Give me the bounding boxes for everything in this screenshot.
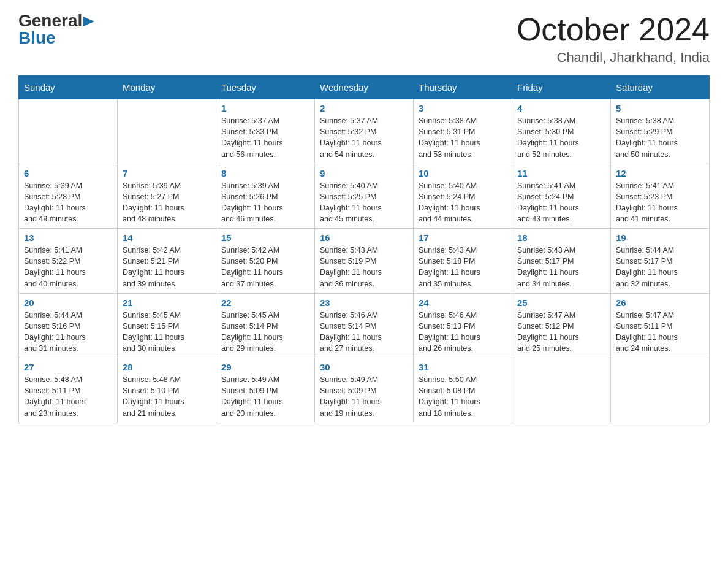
day-number: 14: [123, 232, 211, 243]
weekday-header-row: SundayMondayTuesdayWednesdayThursdayFrid…: [19, 76, 710, 99]
logo-blue: Blue: [18, 28, 56, 47]
day-info: Sunrise: 5:44 AMSunset: 5:17 PMDaylight:…: [616, 245, 704, 289]
logo: General Blue: [18, 12, 94, 47]
weekday-header-wednesday: Wednesday: [315, 76, 414, 99]
weekday-header-friday: Friday: [512, 76, 611, 99]
day-info: Sunrise: 5:38 AMSunset: 5:29 PMDaylight:…: [616, 115, 704, 160]
calendar-cell: 12Sunrise: 5:41 AMSunset: 5:23 PMDayligh…: [611, 164, 710, 229]
calendar-cell: 29Sunrise: 5:49 AMSunset: 5:09 PMDayligh…: [216, 358, 315, 423]
weekday-header-tuesday: Tuesday: [216, 76, 315, 99]
calendar-cell: [611, 358, 710, 423]
week-row-4: 20Sunrise: 5:44 AMSunset: 5:16 PMDayligh…: [19, 293, 710, 358]
day-info: Sunrise: 5:40 AMSunset: 5:24 PMDaylight:…: [419, 180, 507, 225]
day-info: Sunrise: 5:41 AMSunset: 5:23 PMDaylight:…: [616, 180, 704, 225]
weekday-header-sunday: Sunday: [19, 76, 118, 99]
day-number: 5: [616, 103, 704, 113]
day-number: 7: [123, 168, 211, 178]
calendar-cell: 9Sunrise: 5:40 AMSunset: 5:25 PMDaylight…: [315, 164, 414, 229]
day-number: 22: [221, 297, 309, 308]
day-info: Sunrise: 5:47 AMSunset: 5:12 PMDaylight:…: [517, 310, 605, 354]
day-info: Sunrise: 5:41 AMSunset: 5:24 PMDaylight:…: [517, 180, 605, 225]
day-number: 27: [24, 362, 112, 372]
calendar-cell: 28Sunrise: 5:48 AMSunset: 5:10 PMDayligh…: [118, 358, 216, 423]
calendar-cell: 4Sunrise: 5:38 AMSunset: 5:30 PMDaylight…: [512, 99, 611, 164]
day-info: Sunrise: 5:49 AMSunset: 5:09 PMDaylight:…: [320, 374, 408, 419]
day-number: 1: [221, 103, 309, 113]
day-number: 13: [24, 232, 112, 243]
day-number: 24: [419, 297, 507, 308]
calendar-cell: 5Sunrise: 5:38 AMSunset: 5:29 PMDaylight…: [611, 99, 710, 164]
day-info: Sunrise: 5:43 AMSunset: 5:17 PMDaylight:…: [517, 245, 605, 289]
day-number: 4: [517, 103, 605, 113]
day-number: 23: [320, 297, 408, 308]
day-number: 11: [517, 168, 605, 178]
day-number: 3: [419, 103, 507, 113]
week-row-3: 13Sunrise: 5:41 AMSunset: 5:22 PMDayligh…: [19, 229, 710, 294]
day-info: Sunrise: 5:44 AMSunset: 5:16 PMDaylight:…: [24, 310, 112, 354]
location-title: Chandil, Jharkhand, India: [517, 50, 710, 66]
calendar-cell: 17Sunrise: 5:43 AMSunset: 5:18 PMDayligh…: [414, 229, 512, 294]
weekday-header-thursday: Thursday: [414, 76, 512, 99]
day-number: 6: [24, 168, 112, 178]
day-info: Sunrise: 5:37 AMSunset: 5:32 PMDaylight:…: [320, 115, 408, 160]
calendar-cell: 26Sunrise: 5:47 AMSunset: 5:11 PMDayligh…: [611, 293, 710, 358]
day-number: 2: [320, 103, 408, 113]
calendar-cell: 20Sunrise: 5:44 AMSunset: 5:16 PMDayligh…: [19, 293, 118, 358]
calendar-cell: 21Sunrise: 5:45 AMSunset: 5:15 PMDayligh…: [118, 293, 216, 358]
day-info: Sunrise: 5:39 AMSunset: 5:28 PMDaylight:…: [24, 180, 112, 225]
day-number: 17: [419, 232, 507, 243]
day-info: Sunrise: 5:43 AMSunset: 5:18 PMDaylight:…: [419, 245, 507, 289]
calendar-cell: 31Sunrise: 5:50 AMSunset: 5:08 PMDayligh…: [414, 358, 512, 423]
week-row-2: 6Sunrise: 5:39 AMSunset: 5:28 PMDaylight…: [19, 164, 710, 229]
calendar-cell: 7Sunrise: 5:39 AMSunset: 5:27 PMDaylight…: [118, 164, 216, 229]
day-info: Sunrise: 5:48 AMSunset: 5:11 PMDaylight:…: [24, 374, 112, 419]
calendar-cell: 8Sunrise: 5:39 AMSunset: 5:26 PMDaylight…: [216, 164, 315, 229]
week-row-1: 1Sunrise: 5:37 AMSunset: 5:33 PMDaylight…: [19, 99, 710, 164]
day-info: Sunrise: 5:49 AMSunset: 5:09 PMDaylight:…: [221, 374, 309, 419]
page-header: General Blue October 2024 Chandil, Jhark…: [18, 12, 710, 66]
day-number: 10: [419, 168, 507, 178]
day-info: Sunrise: 5:46 AMSunset: 5:14 PMDaylight:…: [320, 310, 408, 354]
day-info: Sunrise: 5:50 AMSunset: 5:08 PMDaylight:…: [419, 374, 507, 419]
day-number: 19: [616, 232, 704, 243]
calendar-cell: 3Sunrise: 5:38 AMSunset: 5:31 PMDaylight…: [414, 99, 512, 164]
day-number: 26: [616, 297, 704, 308]
day-info: Sunrise: 5:38 AMSunset: 5:30 PMDaylight:…: [517, 115, 605, 160]
day-info: Sunrise: 5:37 AMSunset: 5:33 PMDaylight:…: [221, 115, 309, 160]
day-info: Sunrise: 5:47 AMSunset: 5:11 PMDaylight:…: [616, 310, 704, 354]
calendar-cell: 18Sunrise: 5:43 AMSunset: 5:17 PMDayligh…: [512, 229, 611, 294]
day-number: 16: [320, 232, 408, 243]
day-info: Sunrise: 5:39 AMSunset: 5:26 PMDaylight:…: [221, 180, 309, 225]
title-section: October 2024 Chandil, Jharkhand, India: [517, 12, 710, 66]
calendar-cell: 6Sunrise: 5:39 AMSunset: 5:28 PMDaylight…: [19, 164, 118, 229]
calendar-cell: 14Sunrise: 5:42 AMSunset: 5:21 PMDayligh…: [118, 229, 216, 294]
calendar-cell: [19, 99, 118, 164]
day-number: 9: [320, 168, 408, 178]
day-number: 12: [616, 168, 704, 178]
day-number: 8: [221, 168, 309, 178]
day-number: 29: [221, 362, 309, 372]
calendar-cell: [118, 99, 216, 164]
day-info: Sunrise: 5:40 AMSunset: 5:25 PMDaylight:…: [320, 180, 408, 225]
calendar-cell: [512, 358, 611, 423]
calendar-cell: 22Sunrise: 5:45 AMSunset: 5:14 PMDayligh…: [216, 293, 315, 358]
svg-marker-0: [83, 17, 94, 26]
calendar-cell: 27Sunrise: 5:48 AMSunset: 5:11 PMDayligh…: [19, 358, 118, 423]
day-info: Sunrise: 5:38 AMSunset: 5:31 PMDaylight:…: [419, 115, 507, 160]
calendar-cell: 13Sunrise: 5:41 AMSunset: 5:22 PMDayligh…: [19, 229, 118, 294]
calendar-cell: 30Sunrise: 5:49 AMSunset: 5:09 PMDayligh…: [315, 358, 414, 423]
day-info: Sunrise: 5:46 AMSunset: 5:13 PMDaylight:…: [419, 310, 507, 354]
day-number: 21: [123, 297, 211, 308]
calendar-cell: 15Sunrise: 5:42 AMSunset: 5:20 PMDayligh…: [216, 229, 315, 294]
weekday-header-saturday: Saturday: [611, 76, 710, 99]
day-info: Sunrise: 5:45 AMSunset: 5:14 PMDaylight:…: [221, 310, 309, 354]
day-number: 28: [123, 362, 211, 372]
calendar-cell: 10Sunrise: 5:40 AMSunset: 5:24 PMDayligh…: [414, 164, 512, 229]
day-info: Sunrise: 5:42 AMSunset: 5:21 PMDaylight:…: [123, 245, 211, 289]
calendar-cell: 24Sunrise: 5:46 AMSunset: 5:13 PMDayligh…: [414, 293, 512, 358]
calendar-cell: 11Sunrise: 5:41 AMSunset: 5:24 PMDayligh…: [512, 164, 611, 229]
day-number: 31: [419, 362, 507, 372]
day-info: Sunrise: 5:45 AMSunset: 5:15 PMDaylight:…: [123, 310, 211, 354]
logo-general: General: [18, 12, 82, 29]
day-info: Sunrise: 5:41 AMSunset: 5:22 PMDaylight:…: [24, 245, 112, 289]
